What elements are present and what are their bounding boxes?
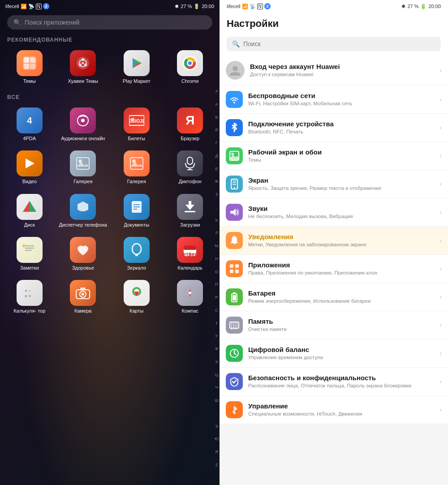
settings-search-input[interactable] [243, 40, 435, 47]
alpha-letter[interactable]: Э [215, 425, 218, 429]
settings-icon-wifi [226, 91, 243, 108]
app-label-chrome: Chrome [181, 78, 199, 84]
app-item-camera[interactable]: Камера [57, 276, 109, 318]
settings-search-container: 🔍 [220, 34, 448, 56]
settings-item-bluetooth[interactable]: Подключение устройстваBluetooth, NFC, Пе… [220, 114, 448, 142]
app-item-gallery1[interactable]: Галерея [57, 147, 109, 188]
alpha-letter[interactable]: Ш [215, 399, 218, 403]
app-label-dispatcher: Диспетчер телефона [59, 222, 107, 228]
app-item-calendar[interactable]: четверг||Календарь [164, 233, 216, 275]
app-item-bilety[interactable]: REGIOJETБилеты [111, 104, 163, 145]
app-item-play-market[interactable]: Play Маркет [111, 47, 163, 88]
settings-item-sound[interactable]: ЗвукиНе беспокоить, Мелодия вызова, Вибр… [220, 198, 448, 227]
svg-marker-81 [230, 209, 236, 216]
alpha-letter[interactable]: К [215, 219, 218, 223]
svg-rect-53 [135, 254, 138, 256]
app-icon-play-market [124, 50, 150, 76]
settings-item-wifi[interactable]: Беспроводные сетиWi-Fi, Настройки SIM-ка… [220, 86, 448, 114]
alpha-letter[interactable]: Ю [215, 437, 219, 441]
settings-item-security[interactable]: Безопасность и конфиденциальностьРаспозн… [220, 368, 448, 396]
alpha-letter[interactable]: Г [215, 141, 218, 145]
alpha-letter[interactable]: Ф [215, 347, 218, 351]
alpha-letter[interactable]: Т [215, 322, 218, 326]
settings-title-security: Безопасность и конфиденциальность [248, 374, 434, 382]
alpha-letter[interactable]: Е [215, 167, 218, 171]
alpha-letter[interactable]: П [215, 283, 218, 287]
alpha-letter[interactable]: Р [215, 296, 218, 300]
svg-rect-48 [25, 245, 34, 246]
settings-arrow-notifications: › [439, 236, 442, 245]
alpha-letter[interactable]: З [215, 193, 218, 197]
app-label-huawei-themes: Хуавеи Темы [68, 78, 98, 84]
app-item-chrome[interactable]: Chrome [164, 47, 216, 88]
svg-point-62 [82, 293, 84, 296]
wifi-icon: 📡 [28, 4, 34, 9]
settings-item-memory[interactable]: ПамятьОчистка памяти› [220, 311, 448, 339]
app-icon-calendar: четверг|| [177, 237, 203, 263]
alpha-letter[interactable]: . [216, 206, 217, 210]
alpha-letter[interactable]: С [215, 309, 218, 313]
app-item-dictophone[interactable]: Диктофон [164, 147, 216, 188]
alpha-letter[interactable]: Ж [215, 180, 218, 184]
alpha-letter[interactable]: У [215, 334, 218, 338]
settings-title-memory: Память [248, 318, 434, 325]
alpha-letter[interactable]: Л [215, 231, 218, 235]
app-item-documents[interactable]: Документы [111, 190, 163, 232]
app-item-compass[interactable]: Компас [164, 276, 216, 318]
alpha-letter[interactable]: О [215, 270, 218, 274]
alpha-letter[interactable]: А [215, 103, 218, 107]
right-battery-pct: 27 % [407, 4, 418, 9]
settings-arrow-display: › [439, 180, 442, 188]
svg-rect-90 [230, 322, 239, 328]
settings-item-digital[interactable]: Цифровой балансУправление временем досту… [220, 339, 448, 368]
settings-item-manage[interactable]: УправлениеСпециальные возможности, HiTou… [220, 396, 448, 424]
app-search-input[interactable] [25, 19, 206, 26]
app-label-browser: Браузер [181, 136, 199, 142]
settings-search-bar[interactable]: 🔍 [227, 37, 441, 51]
app-search-bar[interactable]: 🔍 [7, 15, 212, 30]
left-time: 20:00 [202, 4, 214, 9]
app-item-4pda[interactable]: 44PDA [4, 104, 56, 145]
app-item-huawei-themes[interactable]: Хуавеи Темы [57, 47, 109, 88]
settings-item-battery[interactable]: БатареяРежим энергосбережения, Использов… [220, 283, 448, 311]
svg-point-10 [82, 62, 84, 64]
alpha-letter[interactable]: . [216, 412, 217, 416]
settings-item-wallpaper[interactable]: Рабочий экран и обоиТемы› [220, 142, 448, 170]
settings-item-display[interactable]: ЭкранЯркость, Защита зрения, Размер текс… [220, 170, 448, 198]
app-item-calc[interactable]: + −× =Калькуля- тор [4, 276, 56, 318]
badge-icon: 3 [43, 3, 49, 9]
app-item-browser[interactable]: ЯБраузер [164, 104, 216, 145]
alpha-letter[interactable]: Б [215, 116, 218, 120]
alpha-letter[interactable]: В [215, 128, 218, 132]
settings-item-apps[interactable]: ПриложенияПрава, Приложения по умолчанию… [220, 255, 448, 283]
settings-title-account: Вход через аккаунт Huawei [250, 63, 434, 70]
app-item-audiobooks[interactable]: Аудиокниги онлайн [57, 104, 109, 145]
alpha-letter[interactable]: Ц [215, 373, 218, 377]
settings-item-notifications[interactable]: УведомленияМетки, Уведомления на заблоки… [220, 227, 448, 255]
app-item-dispatcher[interactable]: Диспетчер телефона [57, 190, 109, 232]
app-item-video[interactable]: Видео [4, 147, 56, 188]
app-item-downloads[interactable]: Загрузки [164, 190, 216, 232]
alpha-letter[interactable]: Z [215, 463, 218, 467]
alpha-letter[interactable]: Д [215, 154, 218, 158]
app-item-health[interactable]: Здоровье [57, 233, 109, 275]
svg-point-71 [234, 102, 235, 103]
alpha-letter[interactable]: М [215, 244, 219, 248]
app-item-disk[interactable]: Диск [4, 190, 56, 232]
app-item-maps[interactable]: Карты [111, 276, 163, 318]
app-item-notes[interactable]: Заметки [4, 233, 56, 275]
app-label-dictophone: Диктофон [179, 179, 202, 185]
alpha-letter[interactable]: Я [215, 450, 218, 454]
app-item-gallery2[interactable]: Галерея [111, 147, 163, 188]
alpha-letter[interactable]: # [215, 90, 218, 94]
alpha-letter[interactable]: Ч [215, 386, 218, 390]
app-item-mirror[interactable]: Зеркало [111, 233, 163, 275]
settings-arrow-apps: › [439, 265, 442, 273]
left-battery-pct: 27 % [181, 4, 192, 9]
app-item-themes[interactable]: Темы [4, 47, 56, 88]
settings-text-manage: УправлениеСпециальные возможности, HiTou… [248, 402, 434, 417]
alpha-letter[interactable]: Н [215, 257, 218, 261]
settings-item-account[interactable]: Вход через аккаунт HuaweiДоступ к сервис… [220, 56, 448, 86]
app-icon-browser: Я [177, 107, 203, 133]
alpha-letter[interactable]: Х [215, 360, 218, 364]
